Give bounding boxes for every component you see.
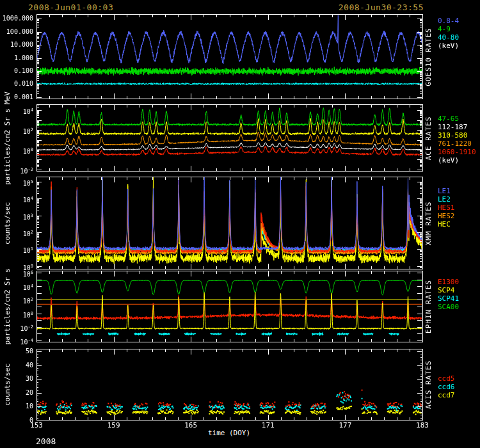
panel-goes10-rates: 1000.000100.00010.0001.0000.1000.0100.00… (0, 14, 480, 99)
legend-goes10-rates-4-9: 4-9 (438, 25, 451, 33)
legend-xmm-rates-le1: LE1 (438, 187, 451, 195)
plot-area-ace-rates (0, 104, 480, 172)
panel-xmm-rates: 105104103102101100XMM RATEScounts/secLE1… (0, 177, 480, 269)
y-axis-title-xmm-rates: counts/sec (3, 202, 12, 244)
legend-ace-rates-47-65: 47-65 (438, 115, 459, 123)
legend-acis-rates-ccd7: ccd7 (438, 391, 455, 399)
legend-xmm-rates-hec: HEC (438, 220, 451, 228)
panel-title-acis-rates: ACIS RATES (424, 360, 433, 409)
legend-ace-rates-310-580: 310-580 (438, 131, 467, 140)
start-date-label: 2008-Jun01-00:03 (28, 3, 113, 12)
legend-goes10-rates-0-8-4: 0.8-4 (438, 17, 459, 25)
y-tick-label: 1000.000 (0, 15, 33, 22)
plot-area-goes10-rates (0, 14, 480, 99)
legend-acis-rates-ccd6: ccd6 (438, 383, 455, 391)
legend-ephin-rates-e1300: E1300 (438, 278, 459, 286)
legend-ace-rates-kev: (keV) (438, 156, 459, 164)
x-tick-label: 171 (255, 421, 281, 429)
y-tick-label: 50 (0, 348, 33, 355)
legend-ephin-rates-scp4: SCP4 (438, 286, 455, 294)
y-tick-label: 0.100 (0, 67, 33, 75)
legend-xmm-rates-le2: LE2 (438, 195, 451, 204)
legend-ace-rates-112-187: 112-187 (438, 123, 467, 131)
legend-xmm-rates-hes1: HES1 (438, 204, 455, 212)
panel-title-xmm-rates: XMM RATES (424, 201, 433, 245)
y-tick-label: 0.010 (0, 80, 33, 88)
plot-area-ephin-rates (0, 271, 480, 342)
x-axis-title: time (DOY) (208, 429, 250, 437)
radiation-monitor-plot: 2008-Jun01-00:03 2008-Jun30-23:55 1000.0… (0, 0, 480, 448)
legend-ephin-rates-scp41: SCP41 (438, 294, 459, 303)
plot-area-xmm-rates (0, 177, 480, 269)
legend-xmm-rates-hes2: HES2 (438, 212, 455, 220)
legend-goes10-rates-40-80: 40-80 (438, 33, 459, 42)
legend-ephin-rates-sca00: SCA00 (438, 303, 459, 311)
x-tick-label: 183 (410, 421, 435, 429)
legend-ace-rates-1060-1910: 1060-1910 (438, 148, 476, 156)
y-axis-title-ace-rates: particles/cm2 Sr s MeV (3, 92, 12, 185)
y-axis-title-acis-rates: counts/sec (3, 364, 12, 406)
panel-ace-rates: 10410210010-2ACE RATESparticles/cm2 Sr s… (0, 104, 480, 172)
plot-area-acis-rates (0, 349, 480, 420)
panel-title-ace-rates: ACE RATES (424, 116, 433, 160)
year-label: 2008 (36, 436, 56, 446)
end-date-label: 2008-Jun30-23:55 (339, 3, 424, 12)
legend-ace-rates-761-1220: 761-1220 (438, 140, 472, 148)
legend-goes10-rates-kev: (keV) (438, 42, 459, 50)
panel-title-goes10-rates: GOES10 RATES (424, 28, 433, 86)
y-tick-label: 105 (0, 178, 33, 188)
legend-acis-rates-ccd5: ccd5 (438, 374, 455, 383)
x-tick-label: 153 (24, 421, 49, 429)
panel-title-ephin-rates: EPHIN RATES (424, 280, 433, 333)
y-tick-label: 100.000 (0, 28, 33, 36)
y-tick-label: 101 (0, 245, 33, 255)
x-tick-label: 159 (101, 421, 127, 429)
x-tick-label: 165 (178, 421, 204, 429)
x-tick-label: 177 (332, 421, 358, 429)
y-axis-title-ephin-rates: particles/cm2 Sr s (3, 268, 12, 344)
panel-ephin-rates: 10610410210010-210-4EPHIN RATESparticles… (0, 271, 480, 342)
panel-acis-rates: 50403020100ACIS RATEScounts/secccd5ccd6c… (0, 349, 480, 420)
y-tick-label: 1.000 (0, 54, 33, 62)
y-tick-label: 10.000 (0, 41, 33, 49)
